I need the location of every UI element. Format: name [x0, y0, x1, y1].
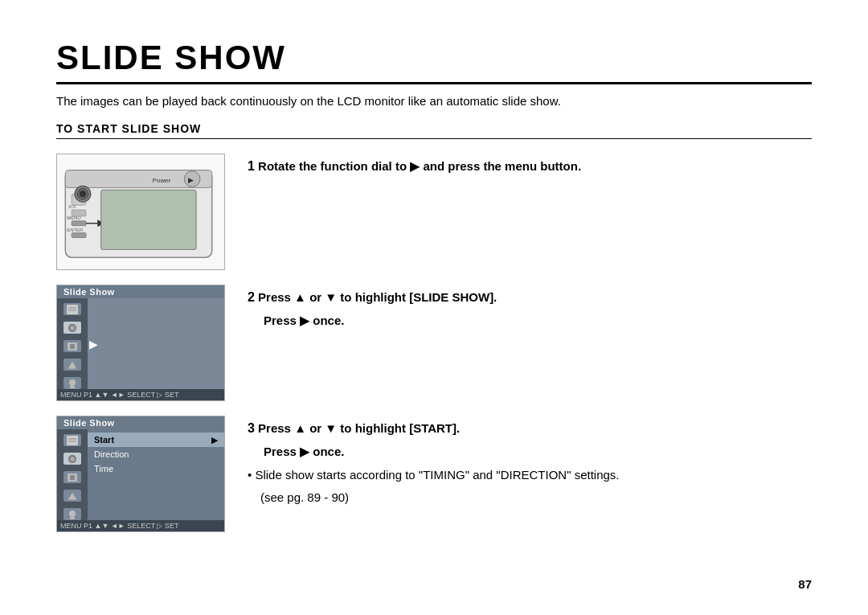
title-divider — [56, 82, 812, 84]
svg-rect-26 — [67, 436, 78, 445]
lcd1-icon-1 — [63, 303, 81, 315]
step3-tridown: ▼ — [325, 421, 340, 435]
content-area: Power ▶ ICF MENU ENTER — [56, 154, 812, 547]
step3-or: or — [309, 421, 321, 435]
step2-row: Slide Show — [56, 285, 812, 401]
lcd1-footer: MENU P1 ▲▼ ◄► SELECT ▷ SET — [57, 389, 224, 400]
svg-text:▶: ▶ — [188, 176, 194, 184]
lcd2-sidebar — [57, 429, 88, 520]
step2-tridown: ▼ — [325, 290, 340, 304]
subtitle: The images can be played back continuous… — [56, 94, 812, 108]
svg-rect-17 — [67, 305, 78, 314]
svg-text:ENTER: ENTER — [67, 228, 83, 232]
lcd1-icon-5 — [63, 377, 81, 389]
step3-bullet: • Slide show starts according to "TIMING… — [248, 466, 812, 485]
step3-triright: ▶ — [300, 445, 313, 458]
page-title: SLIDE SHOW — [56, 39, 812, 77]
svg-point-16 — [80, 191, 86, 197]
step2-line1post: to highlight [SLIDE SHOW]. — [340, 290, 497, 304]
svg-rect-34 — [70, 517, 75, 519]
camera-diagram: Power ▶ ICF MENU ENTER — [56, 154, 225, 270]
lcd2-icon-5 — [63, 508, 81, 520]
step1-text: 1 Rotate the function dial to ▶ and pres… — [248, 154, 812, 181]
svg-point-33 — [69, 510, 76, 517]
svg-point-30 — [70, 457, 75, 461]
step2-press2: Press — [264, 314, 297, 327]
lcd1-title: Slide Show — [57, 285, 224, 298]
lcd2-icon-1 — [63, 434, 81, 446]
lcd2-menu-time: Time — [88, 461, 224, 476]
step3-line1post: to highlight [START]. — [340, 421, 460, 435]
step3-row: Slide Show — [56, 416, 812, 532]
lcd2-menu-start: Start ▶ — [88, 433, 224, 447]
lcd2-menu-direction: Direction — [88, 447, 224, 461]
lcd2-menu: Start ▶ Direction Time — [88, 429, 224, 520]
lcd-diagram-1: Slide Show — [56, 285, 225, 401]
svg-rect-25 — [70, 386, 75, 388]
step2-press1: Press ▲ — [258, 290, 309, 304]
step3-see: (see pg. 89 - 90) — [248, 489, 812, 507]
lcd1-main: ▶ — [88, 298, 224, 389]
lcd1-icon-3 — [63, 340, 81, 352]
lcd2-start-arrow: ▶ — [211, 436, 218, 445]
lcd1-sidebar — [57, 298, 88, 389]
svg-rect-11 — [72, 233, 86, 238]
step1-row: Power ▶ ICF MENU ENTER — [56, 154, 812, 270]
lcd1-icon-4 — [63, 359, 81, 371]
step2-number: 2 — [248, 290, 255, 304]
svg-rect-23 — [70, 344, 75, 349]
svg-text:Power: Power — [153, 177, 171, 184]
step3-text: 3 Press ▲ or ▼ to highlight [START]. Pre… — [248, 416, 812, 512]
lcd-diagram-2: Slide Show — [56, 416, 225, 532]
step2-text: 2 Press ▲ or ▼ to highlight [SLIDE SHOW]… — [248, 285, 812, 335]
step3-press1: Press — [258, 421, 291, 435]
lcd2-time-label: Time — [94, 464, 113, 474]
lcd2-title: Slide Show — [57, 416, 224, 429]
step1-icon: ▶ — [410, 159, 423, 173]
step3-number: 3 — [248, 421, 255, 435]
lcd2-icon-4 — [63, 490, 81, 502]
section-heading: TO START SLIDE SHOW — [56, 122, 812, 139]
step1-text2: and press the menu button. — [423, 159, 581, 173]
svg-text:ICF: ICF — [68, 204, 76, 209]
lcd2-start-label: Start — [94, 435, 114, 445]
svg-rect-13 — [101, 190, 196, 249]
svg-point-24 — [69, 379, 76, 386]
lcd2-icon-2 — [63, 453, 81, 465]
lcd2-icon-3 — [63, 471, 81, 483]
step3-line2post: once. — [313, 445, 344, 458]
step2-or1: or — [309, 290, 321, 304]
svg-rect-32 — [70, 475, 75, 480]
lcd1-arrow: ▶ — [89, 338, 98, 351]
step2-line2post: once. — [313, 314, 344, 327]
lcd1-icon-2 — [63, 322, 81, 334]
svg-rect-9 — [72, 221, 86, 226]
step2-triright: ▶ — [300, 314, 313, 327]
svg-point-21 — [70, 326, 75, 330]
svg-text:MENU: MENU — [67, 215, 80, 220]
step1-number: 1 — [248, 159, 255, 173]
page: SLIDE SHOW The images can be played back… — [0, 0, 868, 615]
lcd2-footer: MENU P1 ▲▼ ◄► SELECT ▷ SET — [57, 520, 224, 531]
step3-press2: Press — [264, 445, 297, 458]
step3-triup: ▲ — [294, 421, 309, 435]
lcd2-direction-label: Direction — [94, 449, 129, 459]
step1-rotate-text: Rotate the function dial to — [258, 159, 407, 173]
page-number: 87 — [798, 577, 812, 591]
